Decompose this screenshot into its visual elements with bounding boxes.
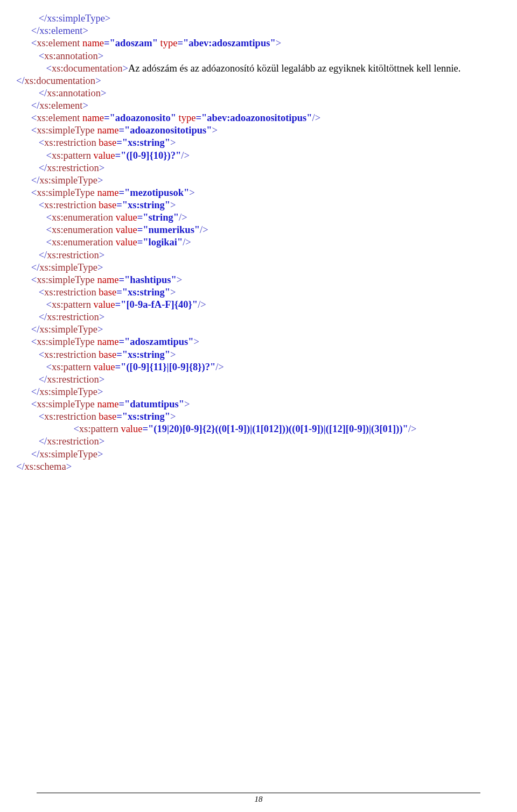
document-page: </xs:simpleType> </xs:element> <xs:eleme… [0,0,517,812]
xml-tag: <xs:simpleType name="datumtipus"> [16,399,190,409]
page-number: 18 [0,793,517,804]
xml-tag: </xs:element> [16,100,88,111]
xml-tag-open: <xs:element name="adoszam" type="abev:ad… [16,38,281,48]
xml-tag: <xs:restriction base="xs:string"> [16,137,176,148]
xml-tag: <xs:restriction base="xs:string"> [16,287,176,298]
xml-tag: </xs:simpleType> [16,324,103,335]
xml-source: </xs:simpleType> </xs:element> <xs:eleme… [16,0,487,473]
xml-tag: <xs:enumeration value="numerikus"/> [16,224,208,235]
xml-tag: </xs:restriction> [16,374,104,385]
xml-tag: </xs:restriction> [16,312,104,322]
xml-tag: <xs:enumeration value="logikai"/> [16,237,191,248]
xml-tag: </xs:restriction> [16,436,104,447]
xml-tag: <xs:pattern value="([0-9]{10})?"/> [16,150,190,161]
xml-tag: </xs:element> [16,25,88,36]
xml-tag: <xs:simpleType name="adoszamtipus"> [16,336,199,347]
xml-tag: <xs:simpleType name="adoazonositotipus"> [16,125,218,136]
xml-tag: </xs:annotation> [16,88,106,98]
xml-tag: <xs:enumeration value="string"/> [16,212,187,223]
xml-tag: <xs:restriction base="xs:string"> [16,349,176,360]
page-footer: 18 [0,793,517,804]
xml-tag: </xs:simpleType> [16,449,103,460]
xml-tag: <xs:simpleType name="hashtipus"> [16,274,182,285]
xml-tag: <xs:pattern value="([0-9]{11}|[0-9]{8})?… [16,362,224,372]
xml-tag: </xs:restriction> [16,250,104,260]
xml-pattern-line: <xs:pattern value="(19|20)[0-9]{2}((0[1-… [16,423,416,434]
xml-tag: </xs:simpleType> [16,386,103,397]
xml-tag: </xs:simpleType> [16,262,103,273]
xml-tag: </xs:simpleType> [16,13,110,24]
xml-tag: <xs:element name="adoazonosito" type="ab… [16,112,320,123]
xml-tag: <xs:simpleType name="mezotipusok"> [16,187,195,198]
xml-documentation-line: <xs:documentation>Az adószám és az adóaz… [16,63,460,86]
xml-tag: <xs:annotation> [16,51,103,61]
xml-tag: </xs:restriction> [16,163,104,173]
xml-tag: <xs:pattern value="[0-9a-fA-F]{40}"/> [16,299,206,310]
xml-tag: </xs:schema> [16,461,72,472]
xml-tag: <xs:restriction base="xs:string"> [16,411,176,422]
xml-tag: </xs:simpleType> [16,175,103,186]
xml-tag: <xs:restriction base="xs:string"> [16,200,176,210]
